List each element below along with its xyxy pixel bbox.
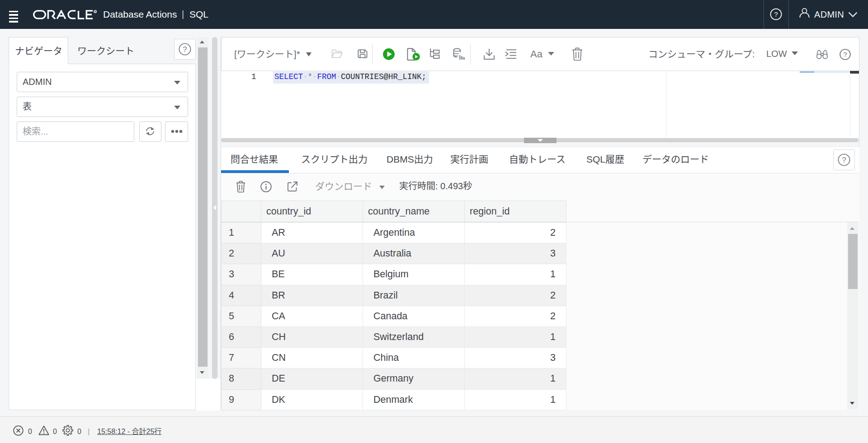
- svg-text:?: ?: [774, 10, 778, 18]
- svg-text:?: ?: [842, 156, 846, 164]
- svg-text:?: ?: [183, 45, 187, 54]
- svg-text:?: ?: [843, 51, 847, 58]
- svg-text:R: R: [94, 10, 96, 13]
